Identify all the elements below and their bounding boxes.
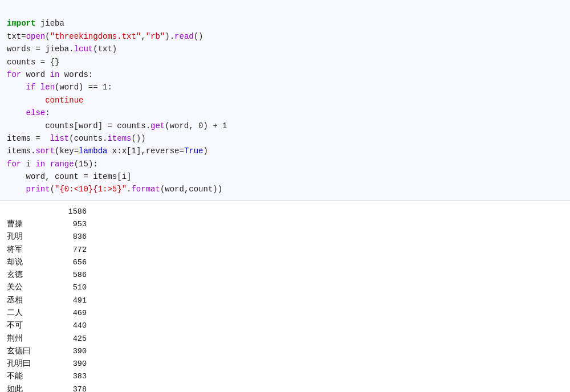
output-word: 荆州 xyxy=(7,333,52,345)
output-row: 二人469 xyxy=(7,307,563,320)
code-line: continue xyxy=(7,94,563,107)
code-line: print("{0:<10}{1:>5}".format(word,count)… xyxy=(7,183,563,195)
output-count: 586 xyxy=(52,269,98,281)
code-line: counts = {} xyxy=(7,56,563,68)
output-word: 却说 xyxy=(7,256,52,269)
code-block: import jiebatxt=open("threekingdoms.txt"… xyxy=(0,0,570,201)
code-line: words = jieba.lcut(txt) xyxy=(7,43,563,55)
output-row: 关公510 xyxy=(7,281,563,294)
code-line: items = list(counts.items()) xyxy=(7,132,563,145)
output-count: 510 xyxy=(52,281,98,294)
output-count: 383 xyxy=(52,370,98,383)
output-word: 孔明 xyxy=(7,231,52,243)
code-line: items.sort(key=lambda x:x[1],reverse=Tru… xyxy=(7,145,563,157)
code-line: counts[word] = counts.get(word, 0) + 1 xyxy=(7,120,563,132)
output-word: 关公 xyxy=(7,281,52,294)
output-word: 二人 xyxy=(7,307,52,320)
output-row: 丞相491 xyxy=(7,295,563,307)
output-word: 不可 xyxy=(7,320,52,332)
output-word: 不能 xyxy=(7,370,52,383)
output-count: 390 xyxy=(52,358,98,370)
output-word: 玄德曰 xyxy=(7,345,52,358)
output-word: 丞相 xyxy=(7,295,52,307)
code-line: for i in range(15): xyxy=(7,158,563,170)
output-count: 390 xyxy=(52,345,98,358)
output-row: 玄德曰390 xyxy=(7,345,563,358)
code-line: import jieba xyxy=(7,17,563,30)
output-count: 425 xyxy=(52,333,98,345)
output-count: 440 xyxy=(52,320,98,332)
output-row: 1586 xyxy=(7,206,563,218)
output-row: 玄德586 xyxy=(7,269,563,281)
code-line: else: xyxy=(7,107,563,119)
output-row: 孔明836 xyxy=(7,231,563,243)
output-word: 如此 xyxy=(7,383,52,392)
output-word: 玄德 xyxy=(7,269,52,281)
output-row: 荆州425 xyxy=(7,333,563,345)
output-count: 491 xyxy=(52,295,98,307)
output-count: 469 xyxy=(52,307,98,320)
code-line: if len(word) == 1: xyxy=(7,81,563,93)
output-row: 孔明曰390 xyxy=(7,358,563,370)
output-count: 378 xyxy=(52,383,98,392)
output-row: 不可440 xyxy=(7,320,563,332)
output-word: 孔明曰 xyxy=(7,358,52,370)
output-count: 656 xyxy=(52,256,98,269)
output-block: 1586曹操953孔明836将军772却说656玄德586关公510丞相491二… xyxy=(0,201,570,392)
output-row: 曹操953 xyxy=(7,218,563,231)
output-row: 不能383 xyxy=(7,370,563,383)
output-count: 772 xyxy=(52,244,98,256)
output-word: 将军 xyxy=(7,244,52,256)
output-row: 如此378 xyxy=(7,383,563,392)
code-line: word, count = items[i] xyxy=(7,170,563,183)
output-row: 却说656 xyxy=(7,256,563,269)
code-line: for word in words: xyxy=(7,68,563,81)
code-line: txt=open("threekingdoms.txt","rb").read(… xyxy=(7,30,563,43)
output-count: 1586 xyxy=(52,206,98,218)
output-count: 836 xyxy=(52,231,98,243)
output-word xyxy=(7,206,52,218)
output-row: 将军772 xyxy=(7,244,563,256)
output-count: 953 xyxy=(52,218,98,231)
output-word: 曹操 xyxy=(7,218,52,231)
